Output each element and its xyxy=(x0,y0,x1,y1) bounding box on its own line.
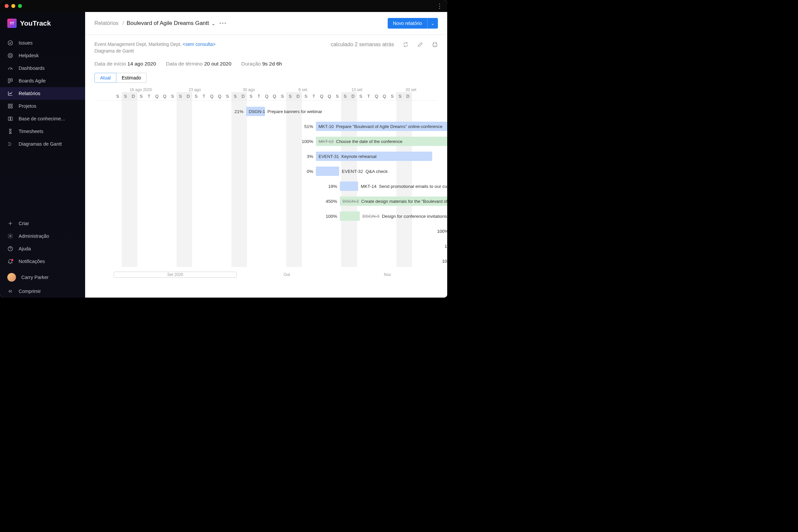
gantt-task[interactable]: 100% MKT-16 Find sponsors xyxy=(433,226,447,236)
mode-toggle: Atual Estimado xyxy=(94,73,147,83)
task-progress: 3% xyxy=(297,154,313,159)
svg-rect-4 xyxy=(11,79,13,81)
svg-rect-8 xyxy=(11,107,13,108)
gantt-task[interactable]: 0% EVENT-32 Q&A check xyxy=(297,167,388,176)
sidebar-item-gauge[interactable]: Dashboards xyxy=(0,62,85,75)
gantt-task[interactable]: 19% MKT-14 Send promotional emails to ou… xyxy=(321,182,447,191)
more-actions-icon[interactable]: ••• xyxy=(220,20,227,26)
brand[interactable]: YT YouTrack xyxy=(0,12,85,37)
sidebar-item-label: Dashboards xyxy=(19,65,44,71)
svg-point-0 xyxy=(8,41,13,45)
brand-logo-icon: YT xyxy=(7,19,17,28)
sidebar-item-label: Notificações xyxy=(19,259,45,264)
task-bar[interactable] xyxy=(340,182,358,191)
window-minimize[interactable] xyxy=(11,4,15,8)
user-name: Carry Parker xyxy=(21,274,49,280)
sidebar-item-grid[interactable]: Projetos xyxy=(0,100,85,112)
task-progress: 100% xyxy=(297,139,313,144)
timeline-scrollbar[interactable]: Set 2020 OutNov xyxy=(94,272,438,278)
task-progress: 100% xyxy=(321,214,337,219)
collapse-sidebar[interactable]: Comprimir xyxy=(0,285,85,298)
sidebar-item-label: Timesheets xyxy=(19,129,43,134)
sidebar-item-label: Administração xyxy=(19,233,49,239)
gear-icon xyxy=(7,233,13,239)
report-type: Diagrama de Gantt xyxy=(94,48,438,54)
gantt-task[interactable]: 51%MKT-10 Prepare "Boulevard of Agile Dr… xyxy=(297,122,447,131)
sidebar-bottom-bell[interactable]: Notificações xyxy=(0,255,85,268)
gantt-task[interactable]: 21%DSGN-1 Prepare banners for webinar xyxy=(227,107,268,116)
collapse-icon xyxy=(7,288,13,294)
sidebar-item-label: Ajuda xyxy=(19,246,31,251)
task-bar[interactable]: DSGN-2 Create design materials for the "… xyxy=(340,196,447,206)
edit-icon[interactable] xyxy=(417,41,423,48)
board-icon xyxy=(7,78,13,84)
task-bar[interactable]: EVENT-31 Keynote rehearsal xyxy=(316,152,432,161)
sidebar-item-label: Criar xyxy=(19,221,29,226)
new-report-dropdown[interactable]: ⌄ xyxy=(427,18,438,28)
task-bar[interactable]: DSGN-1 Prepare banners for webinar xyxy=(246,107,265,116)
svg-rect-6 xyxy=(11,104,13,106)
sidebar-item-board[interactable]: Boards Agile xyxy=(0,75,85,87)
avatar xyxy=(7,273,16,282)
task-bar[interactable] xyxy=(316,167,339,176)
sidebar-bottom-help[interactable]: Ajuda xyxy=(0,242,85,255)
gantt-task[interactable]: 13%MKT-13 Promote the conference ir xyxy=(438,241,447,251)
print-icon[interactable] xyxy=(432,41,438,48)
titlebar: ⋮ xyxy=(0,0,447,12)
chevron-down-icon[interactable]: ⌄ xyxy=(211,20,215,26)
sidebar-item-label: Boards Agile xyxy=(19,78,45,83)
book-icon xyxy=(7,116,13,122)
svg-rect-3 xyxy=(8,79,10,83)
life-icon xyxy=(7,53,13,58)
check-icon xyxy=(7,40,13,46)
calculated-label: calculado 2 semanas atrás xyxy=(331,41,394,48)
sidebar-item-chart[interactable]: Relatórios xyxy=(0,87,85,100)
gantt-task[interactable]: 100% MKT-29 Create an announcement xyxy=(438,256,447,266)
sidebar-item-label: Base de conhecime... xyxy=(19,116,65,121)
sidebar-item-label: Helpdesk xyxy=(19,53,39,58)
plus-icon xyxy=(7,221,13,226)
task-bar[interactable]: MKT-10 Prepare "Boulevard of Agile Dream… xyxy=(316,122,447,131)
sidebar-item-label: Issues xyxy=(19,40,33,45)
gauge-icon xyxy=(7,65,13,71)
window-close[interactable] xyxy=(5,4,8,8)
sidebar-item-life[interactable]: Helpdesk xyxy=(0,49,85,62)
date-summary: Data de início 14 ago 2020 Data de térmi… xyxy=(94,61,438,67)
sidebar-item-book[interactable]: Base de conhecime... xyxy=(0,112,85,125)
kebab-icon[interactable]: ⋮ xyxy=(437,2,442,10)
svg-point-1 xyxy=(8,53,13,58)
sidebar-item-hourglass[interactable]: Timesheets xyxy=(0,125,85,138)
user-profile[interactable]: Carry Parker xyxy=(0,270,85,285)
task-bar[interactable]: MKT-12 Choose the date of the conference xyxy=(316,137,447,146)
task-bar[interactable] xyxy=(340,211,360,221)
gantt-task[interactable]: 450%DSGN-2 Create design materials for t… xyxy=(321,196,447,206)
window-maximize[interactable] xyxy=(18,4,22,8)
sidebar-bottom-plus[interactable]: Criar xyxy=(0,217,85,230)
collapse-label: Comprimir xyxy=(19,289,41,294)
gantt-icon xyxy=(7,141,13,147)
scroll-thumb[interactable]: Set 2020 xyxy=(114,272,237,278)
sidebar-bottom-gear[interactable]: Administração xyxy=(0,230,85,242)
toggle-estimated[interactable]: Estimado xyxy=(116,73,147,83)
task-progress: 100% xyxy=(438,259,447,264)
gantt-task[interactable]: 100% DSGN-3 Design for conference invita… xyxy=(321,211,447,221)
sidebar-item-label: Relatórios xyxy=(19,91,40,96)
refresh-icon[interactable] xyxy=(403,41,408,48)
new-report-button[interactable]: Novo relatório xyxy=(388,18,427,28)
chart-icon xyxy=(7,91,13,96)
hourglass-icon xyxy=(7,128,13,134)
query-link[interactable]: <sem consulta> xyxy=(183,41,215,47)
toggle-actual[interactable]: Atual xyxy=(94,73,116,83)
sidebar-item-check[interactable]: Issues xyxy=(0,37,85,49)
brand-text: YouTrack xyxy=(20,19,51,27)
page-header: Relatórios / Boulevard of Agile Dreams G… xyxy=(85,12,447,35)
grid-icon xyxy=(7,103,13,109)
gantt-task[interactable]: 100%MKT-12 Choose the date of the confer… xyxy=(297,137,447,146)
svg-rect-5 xyxy=(8,104,10,106)
task-progress: 51% xyxy=(297,124,313,129)
sidebar-item-gantt[interactable]: Diagramas de Gantt xyxy=(0,138,85,150)
breadcrumb-parent[interactable]: Relatórios xyxy=(94,20,118,26)
gantt-task[interactable]: 3%EVENT-31 Keynote rehearsal xyxy=(297,152,435,161)
page-title: Boulevard of Agile Dreams Gantt xyxy=(127,20,209,26)
breadcrumb[interactable]: Relatórios / xyxy=(94,20,127,26)
